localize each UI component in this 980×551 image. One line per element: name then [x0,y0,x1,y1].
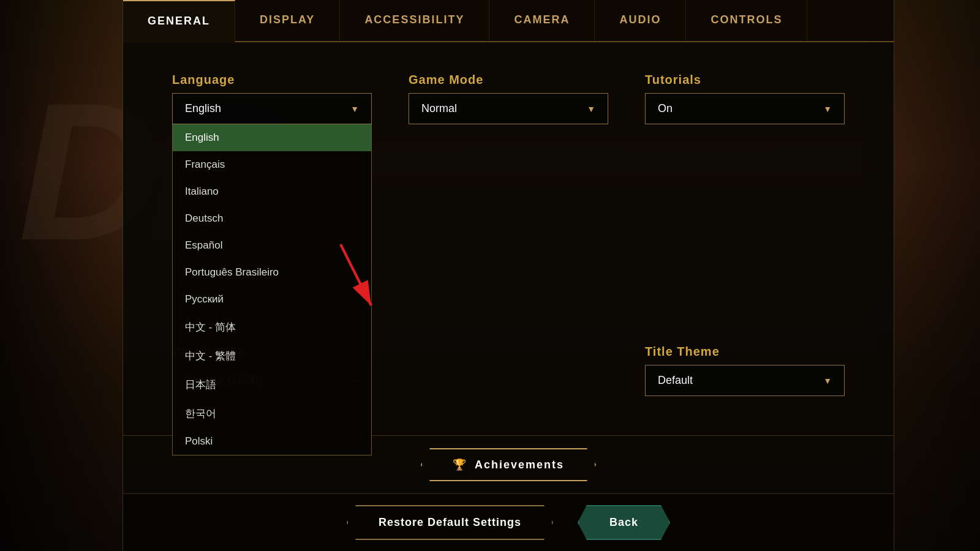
language-option-espanol[interactable]: Español [173,232,371,259]
title-theme-group: Title Theme Default ▼ [645,345,845,396]
game-mode-label: Game Mode [409,73,608,87]
empty-cell-middle [409,149,608,396]
tab-accessibility[interactable]: ACCESSIBILITY [340,0,489,41]
language-option-polish[interactable]: Polski [173,428,371,455]
title-theme-label: Title Theme [645,345,845,359]
language-dropdown-list: English Français Italiano Deutsch Españo… [172,124,372,455]
language-option-japanese[interactable]: 日本語 [173,370,371,399]
language-option-russian[interactable]: Русский [173,286,371,313]
language-option-english[interactable]: English [173,124,371,151]
language-group: Language English ▼ English Français Ital… [172,73,372,124]
tab-audio[interactable]: AUDIO [595,0,686,41]
restore-defaults-button[interactable]: Restore Default Settings [347,505,553,540]
language-option-chinese-traditional[interactable]: 中文 - 繁體 [173,342,371,370]
tutorials-label: Tutorials [645,73,845,87]
language-option-francais[interactable]: Français [173,151,371,178]
trophy-icon: 🏆 [453,458,467,471]
language-selected-value: English [185,102,221,115]
language-dropdown-container: English ▼ English Français Italiano Deut… [172,93,372,124]
settings-grid: Language English ▼ English Français Ital… [172,73,845,396]
settings-panel: GENERAL DISPLAY ACCESSIBILITY CAMERA AUD… [123,0,894,551]
tutorials-dropdown[interactable]: On ▼ [645,93,845,124]
content-area: Language English ▼ English Français Ital… [123,42,894,435]
game-mode-group: Game Mode Normal ▼ [409,73,608,124]
language-label: Language [172,73,372,87]
language-option-portuguese[interactable]: Português Brasileiro [173,259,371,286]
language-option-deutsch[interactable]: Deutsch [173,205,371,232]
tab-controls[interactable]: CONTROLS [686,0,807,41]
game-mode-arrow: ▼ [587,104,595,114]
language-option-italiano[interactable]: Italiano [173,178,371,205]
tab-camera[interactable]: CAMERA [489,0,595,41]
tab-bar: GENERAL DISPLAY ACCESSIBILITY CAMERA AUD… [123,0,894,42]
language-dropdown[interactable]: English ▼ [172,93,372,124]
achievements-button[interactable]: 🏆 Achievements [421,448,596,481]
language-option-korean[interactable]: 한국어 [173,399,371,428]
title-theme-value: Default [658,374,693,387]
footer-bar: Restore Default Settings Back [123,493,894,551]
title-theme-dropdown[interactable]: Default ▼ [645,365,845,396]
game-mode-dropdown[interactable]: Normal ▼ [409,93,608,124]
tab-general[interactable]: GENERAL [123,0,235,42]
achievements-label: Achievements [475,459,564,471]
tutorials-arrow: ▼ [823,104,832,114]
title-theme-arrow: ▼ [823,376,832,386]
language-option-chinese-simplified[interactable]: 中文 - 简体 [173,313,371,342]
back-button[interactable]: Back [578,505,670,540]
tutorials-group: Tutorials On ▼ [645,73,845,124]
tab-display[interactable]: DISPLAY [235,0,340,41]
game-mode-value: Normal [421,102,457,115]
language-dropdown-arrow: ▼ [350,104,359,114]
tutorials-value: On [658,102,673,115]
